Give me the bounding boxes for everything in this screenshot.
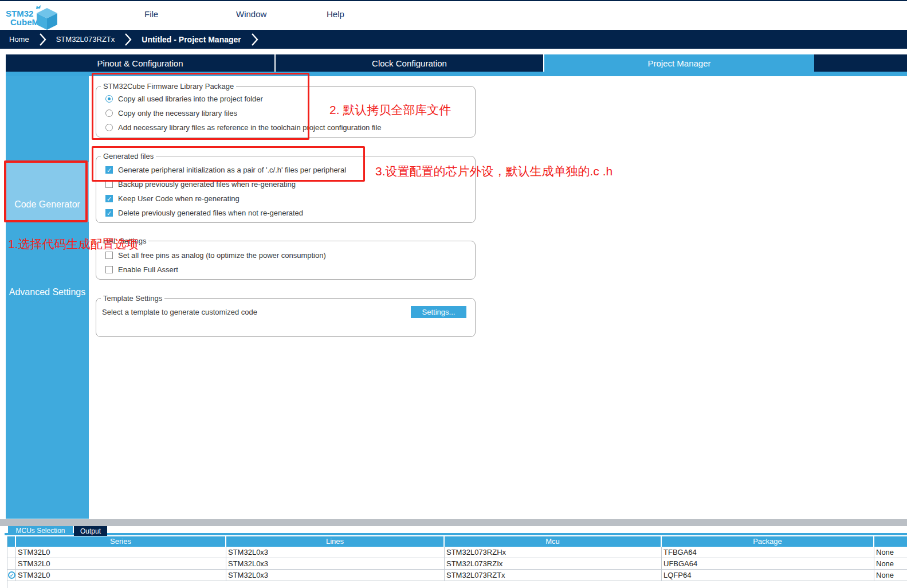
header-extra-column: [874, 536, 907, 547]
annotation-text-1: 1.选择代码生成配置选项: [8, 236, 139, 252]
breadcrumb: Home STM32L073RZTx Untitled - Project Ma…: [0, 30, 907, 49]
cube-icon: [33, 5, 58, 31]
row-select-cell[interactable]: [7, 558, 16, 569]
tab-project-manager[interactable]: Project Manager: [544, 54, 814, 72]
template-settings-button[interactable]: Settings...: [411, 306, 466, 318]
tab-pinout-configuration[interactable]: Pinout & Configuration: [6, 54, 276, 72]
breadcrumb-home[interactable]: Home: [9, 35, 29, 44]
checkbox-label: Set all free pins as analog (to optimize…: [118, 251, 326, 260]
sidebar-item-code-generator-label: Code Generator: [6, 199, 89, 210]
chevron-right-icon: [39, 33, 46, 46]
main-tab-bar: Pinout & Configuration Clock Configurati…: [6, 54, 907, 72]
checkbox-checked-icon[interactable]: ✓: [105, 166, 113, 174]
cell-package: LQFP64: [662, 570, 874, 581]
generated-files-legend: Generated files: [101, 152, 156, 160]
selected-check-icon: ✓: [8, 571, 15, 579]
checkbox-free-pins-analog[interactable]: Set all free pins as analog (to optimize…: [96, 248, 475, 262]
sidebar-item-code-generator[interactable]: [6, 162, 89, 222]
firmware-library-package-legend: STM32Cube Firmware Library Package: [101, 82, 236, 91]
checkbox-checked-icon[interactable]: ✓: [105, 195, 113, 202]
checkbox-delete-previous-files[interactable]: ✓ Delete previously generated files when…: [96, 206, 475, 220]
menu-window[interactable]: Window: [236, 9, 266, 19]
cell-extra: None: [874, 558, 907, 569]
cell-extra: None: [874, 547, 907, 558]
chevron-right-icon: [124, 33, 132, 46]
chevron-right-icon: [251, 33, 258, 46]
template-settings-description: Select a template to generate customized…: [102, 308, 257, 316]
annotation-text-2: 2. 默认拷贝全部库文件: [329, 102, 451, 118]
header-package[interactable]: Package: [662, 536, 874, 547]
cell-lines: STM32L0x3: [226, 570, 445, 581]
footer-tab-underline: [5, 533, 907, 535]
stm32cubemx-window: STM32 CubeMX File Window Help Home STM32…: [0, 0, 907, 588]
checkbox-icon[interactable]: [105, 266, 113, 273]
mcus-table: Series Lines Mcu Package STM32L0 STM32L0…: [7, 536, 907, 588]
radio-label: Add necessary library files as reference…: [118, 123, 382, 132]
menu-help[interactable]: Help: [327, 9, 344, 19]
template-settings-group: Template Settings Select a template to g…: [96, 298, 476, 337]
checkbox-label: Backup previously generated files when r…: [118, 180, 296, 189]
checkbox-keep-user-code[interactable]: ✓ Keep User Code when re-generating: [96, 191, 475, 206]
radio-selected-icon[interactable]: [105, 95, 113, 103]
checkbox-label: Enable Full Assert: [118, 265, 178, 274]
breadcrumb-project: Untitled - Project Manager: [142, 35, 241, 44]
annotation-text-3: 3.设置配置的芯片外设，默认生成单独的.c .h: [375, 163, 612, 179]
checkbox-icon[interactable]: [105, 181, 113, 188]
row-select-cell[interactable]: ✓: [7, 570, 16, 581]
cell-series: STM32L0: [16, 558, 226, 569]
tab-mcus-selection[interactable]: MCUs Selection: [8, 526, 73, 535]
cell-mcu: STM32L073RZHx: [445, 547, 662, 558]
checkbox-label: Delete previously generated files when n…: [118, 209, 303, 217]
sidebar-item-advanced-settings[interactable]: Advanced Settings: [6, 287, 89, 297]
header-lines[interactable]: Lines: [226, 536, 445, 547]
cell-extra: None: [874, 570, 907, 581]
header-icon-column: [7, 536, 16, 547]
table-row[interactable]: STM32L0 STM32L0x3 STM32L073RZHx TFBGA64 …: [7, 547, 907, 558]
hal-settings-group: HAL Settings Set all free pins as analog…: [96, 241, 476, 280]
radio-label: Copy only the necessary library files: [118, 109, 237, 117]
checkbox-label: Keep User Code when re-generating: [118, 194, 239, 203]
header-mcu[interactable]: Mcu: [445, 536, 662, 547]
checkbox-icon[interactable]: [105, 252, 113, 259]
cell-package: UFBGA64: [662, 558, 874, 569]
header-series[interactable]: Series: [16, 536, 226, 547]
cell-package: TFBGA64: [662, 547, 874, 558]
cell-series: STM32L0: [16, 547, 226, 558]
radio-label: Copy all used libraries into the project…: [118, 95, 263, 103]
project-manager-sidebar: Project Code Generator Advanced Settings: [6, 76, 89, 519]
checkbox-label: Generate peripheral initialization as a …: [118, 166, 346, 174]
radio-add-libraries-as-reference[interactable]: Add necessary library files as reference…: [96, 120, 475, 135]
cell-mcu: STM32L073RZIx: [445, 558, 662, 569]
radio-icon[interactable]: [105, 124, 113, 131]
table-row-selected[interactable]: ✓ STM32L0 STM32L0x3 STM32L073RZTx LQFP64…: [7, 570, 907, 581]
cell-mcu: STM32L073RZTx: [445, 570, 662, 581]
row-select-cell[interactable]: [7, 547, 16, 558]
cell-lines: STM32L0x3: [226, 558, 445, 569]
tab-clock-configuration[interactable]: Clock Configuration: [276, 54, 544, 72]
menu-file[interactable]: File: [144, 9, 158, 19]
cell-series: STM32L0: [16, 570, 226, 581]
tab-output[interactable]: Output: [74, 526, 107, 536]
checkbox-enable-full-assert[interactable]: Enable Full Assert: [96, 262, 475, 277]
radio-icon[interactable]: [105, 109, 113, 117]
breadcrumb-mcu[interactable]: STM32L073RZTx: [56, 35, 115, 44]
cell-lines: STM32L0x3: [226, 547, 445, 558]
menu-bar: STM32 CubeMX File Window Help: [0, 1, 907, 30]
checkbox-checked-icon[interactable]: ✓: [105, 209, 113, 217]
template-settings-legend: Template Settings: [101, 294, 164, 303]
mcus-table-header: Series Lines Mcu Package: [7, 536, 907, 547]
table-row[interactable]: STM32L0 STM32L0x3 STM32L073RZIx UFBGA64 …: [7, 558, 907, 570]
horizontal-scrollbar[interactable]: [0, 519, 907, 526]
stm32cubemx-logo: STM32 CubeMX: [6, 5, 69, 30]
active-tab-underline: [6, 72, 907, 76]
